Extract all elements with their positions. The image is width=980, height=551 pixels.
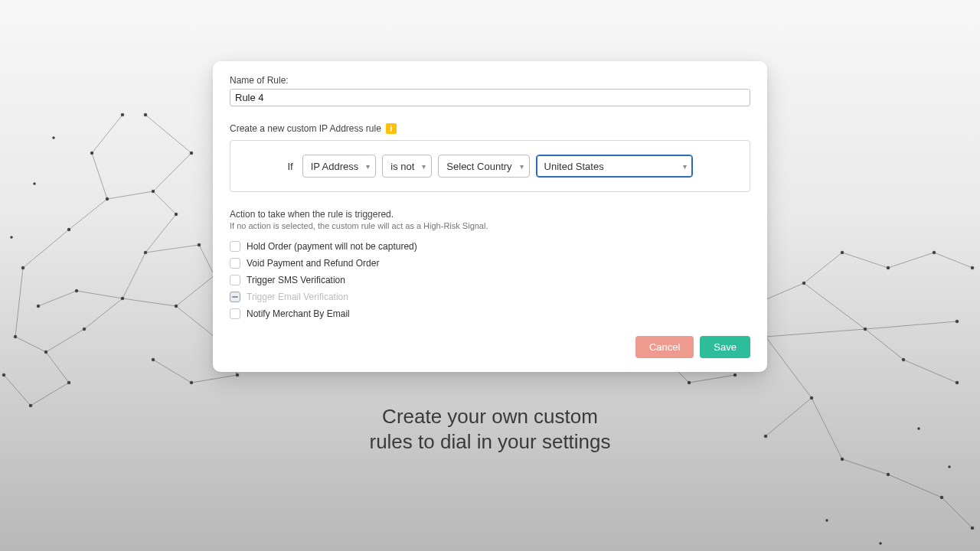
- svg-point-11: [29, 404, 32, 407]
- operator-dropdown[interactable]: is not ▾: [382, 155, 432, 178]
- svg-point-53: [34, 183, 36, 185]
- cancel-button[interactable]: Cancel: [635, 336, 694, 358]
- svg-point-63: [880, 543, 882, 545]
- checkbox-label: Void Payment and Refund Order: [247, 258, 379, 269]
- svg-point-40: [887, 266, 890, 269]
- svg-point-61: [949, 466, 951, 468]
- svg-point-50: [940, 496, 943, 499]
- svg-point-0: [21, 266, 24, 269]
- if-label: If: [287, 161, 292, 172]
- svg-point-25: [37, 305, 40, 308]
- action-void-refund[interactable]: Void Payment and Refund Order: [230, 258, 750, 269]
- chevron-down-icon: ▾: [422, 162, 426, 171]
- svg-point-37: [802, 282, 805, 285]
- action-sms-verification[interactable]: Trigger SMS Verification: [230, 275, 750, 285]
- svg-point-47: [764, 435, 767, 438]
- chevron-down-icon: ▾: [366, 162, 370, 171]
- svg-point-51: [971, 527, 974, 530]
- svg-point-14: [144, 113, 147, 116]
- svg-point-24: [75, 289, 78, 292]
- rule-builder-panel: If IP Address ▾ is not ▾ Select Country …: [230, 140, 750, 192]
- save-button[interactable]: Save: [700, 336, 750, 358]
- svg-point-23: [152, 358, 155, 361]
- rule-description-text: Create a new custom IP Address rule: [230, 123, 381, 134]
- svg-point-16: [121, 113, 124, 116]
- svg-point-15: [90, 152, 93, 155]
- svg-point-54: [11, 236, 13, 239]
- action-hint-sub: If no action is selected, the custom rul…: [230, 221, 750, 230]
- svg-point-22: [190, 381, 193, 384]
- action-email-verification: Trigger Email Verification: [230, 292, 750, 302]
- svg-point-3: [152, 190, 155, 193]
- action-hint: Action to take when the rule is triggere…: [230, 209, 750, 220]
- svg-point-7: [83, 328, 86, 331]
- selector-dropdown-value: Select Country: [446, 161, 511, 172]
- checkbox-label: Notify Merchant By Email: [247, 308, 350, 319]
- svg-point-12: [2, 373, 5, 377]
- svg-point-1: [67, 228, 70, 231]
- rule-name-label: Name of Rule:: [230, 75, 750, 86]
- selector-dropdown[interactable]: Select Country ▾: [438, 155, 529, 178]
- checkbox[interactable]: [230, 275, 240, 285]
- checkbox-label: Trigger Email Verification: [247, 292, 348, 302]
- country-value-text: United States: [544, 161, 604, 172]
- checkbox[interactable]: [230, 241, 240, 252]
- svg-point-17: [198, 243, 201, 246]
- tagline-line-2: rules to dial in your settings: [369, 429, 610, 455]
- svg-point-62: [826, 520, 828, 522]
- chevron-down-icon: ▾: [520, 162, 524, 171]
- rule-name-input[interactable]: [230, 89, 750, 106]
- svg-point-60: [918, 428, 920, 430]
- svg-point-48: [841, 458, 844, 461]
- checkbox-label: Trigger SMS Verification: [247, 275, 345, 285]
- svg-point-52: [53, 137, 55, 139]
- rule-modal: Name of Rule: Create a new custom IP Add…: [213, 61, 767, 372]
- svg-point-39: [864, 328, 867, 331]
- svg-point-34: [733, 373, 737, 377]
- field-dropdown[interactable]: IP Address ▾: [302, 155, 377, 178]
- svg-point-38: [841, 251, 844, 254]
- svg-point-5: [144, 251, 147, 254]
- svg-point-45: [971, 266, 974, 269]
- checkbox-label: Hold Order (payment will not be captured…: [247, 241, 417, 252]
- svg-point-21: [236, 373, 239, 377]
- svg-point-6: [121, 297, 124, 300]
- svg-point-19: [175, 305, 178, 308]
- svg-point-42: [933, 251, 936, 254]
- svg-point-9: [14, 335, 17, 338]
- svg-point-33: [688, 381, 691, 384]
- action-notify-merchant-email[interactable]: Notify Merchant By Email: [230, 308, 750, 319]
- svg-point-13: [190, 152, 193, 155]
- checkbox[interactable]: [230, 258, 240, 269]
- svg-point-2: [106, 197, 109, 201]
- action-hold-order[interactable]: Hold Order (payment will not be captured…: [230, 241, 750, 252]
- operator-dropdown-value: is not: [390, 161, 414, 172]
- country-value-dropdown[interactable]: United States ▾: [536, 155, 693, 178]
- svg-point-10: [67, 381, 70, 384]
- checkbox[interactable]: [230, 308, 240, 319]
- field-dropdown-value: IP Address: [311, 161, 359, 172]
- chevron-down-icon: ▾: [683, 162, 687, 171]
- svg-point-43: [956, 320, 959, 323]
- svg-point-41: [902, 358, 905, 361]
- action-checkbox-list: Hold Order (payment will not be captured…: [230, 241, 750, 319]
- svg-point-8: [44, 350, 47, 354]
- svg-point-49: [887, 473, 890, 476]
- modal-footer: Cancel Save: [230, 336, 750, 358]
- marketing-tagline: Create your own custom rules to dial in …: [369, 404, 610, 454]
- checkbox-indeterminate: [230, 292, 240, 302]
- svg-point-46: [810, 396, 813, 399]
- tagline-line-1: Create your own custom: [369, 404, 610, 429]
- svg-point-4: [175, 213, 178, 216]
- info-icon[interactable]: i: [386, 123, 397, 134]
- svg-point-44: [956, 381, 959, 384]
